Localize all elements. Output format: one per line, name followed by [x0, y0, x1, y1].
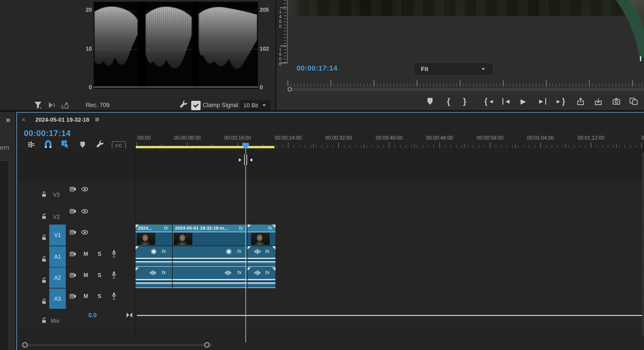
step-back-button[interactable]: ◄	[500, 95, 514, 107]
sequence-tab-title[interactable]: 2024-05-01 19-32-18	[35, 116, 89, 123]
extract-button[interactable]	[592, 95, 605, 107]
scope-settings-wrench-icon[interactable]	[178, 100, 188, 110]
clip-audio-a1-1[interactable]: fx	[136, 246, 172, 267]
panel-menu-icon[interactable]: ≡	[95, 115, 100, 124]
work-area-bar[interactable]	[136, 146, 274, 148]
clip-video-2[interactable]: 2024-05-01 19-32-18.m... fx	[173, 225, 247, 246]
track-row-v3[interactable]: V3	[17, 181, 644, 204]
lock-icon[interactable]	[40, 212, 48, 220]
audio-rubber-band[interactable]	[248, 284, 276, 284]
solo-button[interactable]: S	[98, 272, 101, 278]
add-marker-button[interactable]	[424, 95, 436, 107]
track-name[interactable]: V3	[53, 192, 60, 198]
lock-icon[interactable]	[40, 297, 48, 305]
fx-badge: fx	[162, 270, 166, 275]
solo-button[interactable]: S	[98, 251, 101, 257]
mark-in-button[interactable]: {	[442, 95, 455, 107]
timeline-settings-wrench-icon[interactable]	[94, 139, 105, 150]
track-row-a3[interactable]: A3 M S	[17, 288, 644, 309]
mute-button[interactable]: M	[84, 293, 88, 299]
nest-toggle-icon[interactable]	[26, 139, 36, 149]
zoom-level-dropdown[interactable]: Fit	[414, 63, 494, 75]
lift-button[interactable]	[574, 95, 587, 107]
audio-rubber-band[interactable]	[173, 263, 247, 263]
track-row-a1[interactable]: A1 M S	[17, 246, 644, 267]
track-row-mix[interactable]: Mix 0.0	[17, 309, 644, 329]
source-track-icon[interactable]	[68, 250, 77, 258]
track-target-a3[interactable]: A3	[49, 288, 66, 309]
filter-icon[interactable]	[33, 100, 43, 110]
mute-button[interactable]: M	[84, 272, 88, 278]
voiceover-record-mic-icon[interactable]	[110, 291, 118, 301]
audio-rubber-band[interactable]	[136, 263, 172, 263]
voiceover-record-mic-icon[interactable]	[110, 270, 118, 280]
clip-thumbnail	[174, 233, 192, 245]
timeline-hscroll-track[interactable]	[23, 344, 213, 346]
expand-panel-chevrons[interactable]: »	[6, 115, 10, 125]
track-target-a2[interactable]: A2	[49, 267, 66, 288]
audio-rubber-band[interactable]	[173, 284, 247, 284]
hscroll-handle-right[interactable]	[204, 342, 210, 348]
program-timecode[interactable]: 00:00:17:14	[296, 64, 338, 72]
toggle-track-output-eye-icon[interactable]	[80, 207, 89, 216]
snap-magnet-icon[interactable]	[43, 139, 54, 149]
clip-video-3[interactable]: fx	[248, 225, 276, 246]
bit-depth-dropdown[interactable]: 10 Bit	[240, 100, 272, 111]
source-track-icon[interactable]	[68, 228, 77, 237]
export-frame-button[interactable]	[610, 95, 623, 107]
panel-divider-horizontal[interactable]	[0, 110, 644, 112]
track-target-a1[interactable]: A1	[49, 246, 66, 267]
clip-audio-a2-1[interactable]: fx	[136, 267, 172, 288]
audio-rubber-band[interactable]	[136, 284, 172, 284]
program-time-ruler[interactable]	[288, 79, 644, 87]
program-playhead-handle[interactable]	[288, 87, 292, 92]
clamp-signal-checkbox[interactable]	[191, 101, 200, 110]
toggle-track-output-eye-icon[interactable]	[80, 185, 89, 193]
lock-icon[interactable]	[40, 255, 48, 263]
track-name[interactable]: V2	[53, 214, 60, 220]
panel-divider-vertical[interactable]	[275, 0, 276, 110]
solo-button[interactable]: S	[98, 293, 101, 299]
linked-selection-icon[interactable]	[60, 139, 71, 150]
lock-icon[interactable]	[40, 190, 48, 198]
go-to-out-button[interactable]: ► }	[552, 95, 568, 107]
source-track-icon[interactable]	[68, 207, 77, 216]
timeline-timecode[interactable]: 00:00:17:14	[24, 129, 71, 138]
mute-button[interactable]: M	[84, 251, 88, 257]
clip-audio-a1-2[interactable]: fx	[173, 246, 247, 267]
timeline-vscroll[interactable]	[642, 153, 644, 336]
hscroll-handle-left[interactable]	[22, 342, 28, 348]
export-frame-scope-icon[interactable]	[60, 100, 70, 110]
track-row-v2[interactable]: V2	[17, 204, 644, 224]
play-button[interactable]: ►	[517, 95, 530, 107]
step-forward-button[interactable]: ►	[535, 95, 549, 107]
source-track-icon[interactable]	[68, 185, 77, 193]
source-track-icon[interactable]	[68, 271, 77, 279]
track-row-a2[interactable]: A2 M S	[17, 267, 644, 288]
mix-volume-value[interactable]: 0.0	[88, 312, 97, 319]
lock-icon[interactable]	[40, 276, 48, 284]
mark-out-button[interactable]: }	[458, 95, 471, 107]
keyframe-bowtie-icon[interactable]	[125, 311, 134, 319]
go-to-in-button[interactable]: { ◄	[481, 95, 497, 107]
track-target-v1[interactable]: V1	[49, 225, 66, 246]
clip-video-1[interactable]: 2024... fx	[136, 225, 172, 246]
program-scrub-track[interactable]	[288, 88, 644, 91]
audio-rubber-band[interactable]	[248, 263, 276, 263]
source-track-icon[interactable]	[68, 292, 77, 300]
playback-preview-icon[interactable]	[46, 100, 56, 110]
lock-icon[interactable]	[40, 233, 48, 241]
fx-badge: fx	[164, 225, 168, 231]
clip-audio-a2-2[interactable]: fx	[173, 267, 247, 288]
mix-volume-rubber-band[interactable]	[137, 315, 644, 316]
timeline-add-marker-icon[interactable]	[78, 140, 88, 149]
clip-audio-a1-3[interactable]: fx	[248, 246, 276, 267]
toggle-track-output-eye-icon[interactable]	[80, 228, 89, 237]
playhead-line[interactable]	[245, 143, 246, 342]
close-icon[interactable]: ×	[22, 116, 26, 123]
lock-icon[interactable]	[40, 316, 48, 324]
track-row-v1[interactable]: V1	[17, 225, 644, 246]
comparison-view-button[interactable]	[627, 95, 640, 107]
clip-audio-a2-3[interactable]: fx	[248, 267, 276, 288]
voiceover-record-mic-icon[interactable]	[110, 249, 118, 259]
